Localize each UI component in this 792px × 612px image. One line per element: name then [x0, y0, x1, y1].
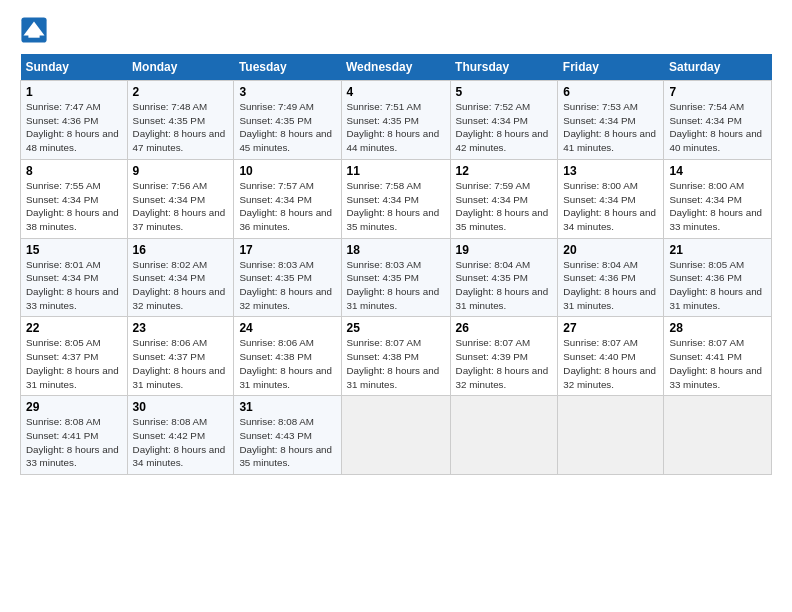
calendar-cell: 29Sunrise: 8:08 AMSunset: 4:41 PMDayligh…: [21, 396, 128, 475]
calendar-cell: 25Sunrise: 8:07 AMSunset: 4:38 PMDayligh…: [341, 317, 450, 396]
day-detail: Sunrise: 8:04 AMSunset: 4:36 PMDaylight:…: [563, 258, 658, 313]
day-number: 19: [456, 243, 553, 257]
calendar-cell: 21Sunrise: 8:05 AMSunset: 4:36 PMDayligh…: [664, 238, 772, 317]
day-detail: Sunrise: 7:57 AMSunset: 4:34 PMDaylight:…: [239, 179, 335, 234]
day-number: 21: [669, 243, 766, 257]
header-sunday: Sunday: [21, 54, 128, 81]
header-wednesday: Wednesday: [341, 54, 450, 81]
calendar-cell: 22Sunrise: 8:05 AMSunset: 4:37 PMDayligh…: [21, 317, 128, 396]
main-container: SundayMondayTuesdayWednesdayThursdayFrid…: [0, 0, 792, 485]
logo-icon: [20, 16, 48, 44]
calendar-cell: 1Sunrise: 7:47 AMSunset: 4:36 PMDaylight…: [21, 81, 128, 160]
day-detail: Sunrise: 7:53 AMSunset: 4:34 PMDaylight:…: [563, 100, 658, 155]
header-thursday: Thursday: [450, 54, 558, 81]
calendar-body: 1Sunrise: 7:47 AMSunset: 4:36 PMDaylight…: [21, 81, 772, 475]
day-number: 30: [133, 400, 229, 414]
day-detail: Sunrise: 7:59 AMSunset: 4:34 PMDaylight:…: [456, 179, 553, 234]
day-number: 10: [239, 164, 335, 178]
day-number: 4: [347, 85, 445, 99]
day-number: 16: [133, 243, 229, 257]
calendar-header: SundayMondayTuesdayWednesdayThursdayFrid…: [21, 54, 772, 81]
day-detail: Sunrise: 8:06 AMSunset: 4:38 PMDaylight:…: [239, 336, 335, 391]
header-row-days: SundayMondayTuesdayWednesdayThursdayFrid…: [21, 54, 772, 81]
day-detail: Sunrise: 7:49 AMSunset: 4:35 PMDaylight:…: [239, 100, 335, 155]
day-detail: Sunrise: 8:03 AMSunset: 4:35 PMDaylight:…: [239, 258, 335, 313]
calendar-week-2: 8Sunrise: 7:55 AMSunset: 4:34 PMDaylight…: [21, 159, 772, 238]
calendar-cell: [341, 396, 450, 475]
day-number: 3: [239, 85, 335, 99]
day-detail: Sunrise: 8:00 AMSunset: 4:34 PMDaylight:…: [669, 179, 766, 234]
day-number: 24: [239, 321, 335, 335]
calendar-table: SundayMondayTuesdayWednesdayThursdayFrid…: [20, 54, 772, 475]
logo: [20, 16, 52, 44]
header-row: [20, 16, 772, 44]
day-detail: Sunrise: 7:56 AMSunset: 4:34 PMDaylight:…: [133, 179, 229, 234]
day-number: 14: [669, 164, 766, 178]
calendar-cell: 18Sunrise: 8:03 AMSunset: 4:35 PMDayligh…: [341, 238, 450, 317]
header-tuesday: Tuesday: [234, 54, 341, 81]
day-number: 23: [133, 321, 229, 335]
calendar-cell: 5Sunrise: 7:52 AMSunset: 4:34 PMDaylight…: [450, 81, 558, 160]
day-detail: Sunrise: 8:07 AMSunset: 4:40 PMDaylight:…: [563, 336, 658, 391]
calendar-cell: 16Sunrise: 8:02 AMSunset: 4:34 PMDayligh…: [127, 238, 234, 317]
day-detail: Sunrise: 8:01 AMSunset: 4:34 PMDaylight:…: [26, 258, 122, 313]
calendar-cell: 26Sunrise: 8:07 AMSunset: 4:39 PMDayligh…: [450, 317, 558, 396]
day-number: 18: [347, 243, 445, 257]
day-detail: Sunrise: 8:07 AMSunset: 4:38 PMDaylight:…: [347, 336, 445, 391]
day-number: 31: [239, 400, 335, 414]
calendar-cell: 12Sunrise: 7:59 AMSunset: 4:34 PMDayligh…: [450, 159, 558, 238]
day-number: 22: [26, 321, 122, 335]
calendar-cell: 8Sunrise: 7:55 AMSunset: 4:34 PMDaylight…: [21, 159, 128, 238]
day-number: 6: [563, 85, 658, 99]
svg-rect-2: [28, 34, 39, 38]
day-detail: Sunrise: 8:05 AMSunset: 4:37 PMDaylight:…: [26, 336, 122, 391]
calendar-cell: 4Sunrise: 7:51 AMSunset: 4:35 PMDaylight…: [341, 81, 450, 160]
calendar-cell: 2Sunrise: 7:48 AMSunset: 4:35 PMDaylight…: [127, 81, 234, 160]
day-number: 15: [26, 243, 122, 257]
day-detail: Sunrise: 8:04 AMSunset: 4:35 PMDaylight:…: [456, 258, 553, 313]
calendar-cell: [664, 396, 772, 475]
calendar-cell: [558, 396, 664, 475]
calendar-cell: 15Sunrise: 8:01 AMSunset: 4:34 PMDayligh…: [21, 238, 128, 317]
calendar-cell: 11Sunrise: 7:58 AMSunset: 4:34 PMDayligh…: [341, 159, 450, 238]
calendar-cell: 6Sunrise: 7:53 AMSunset: 4:34 PMDaylight…: [558, 81, 664, 160]
header-monday: Monday: [127, 54, 234, 81]
day-detail: Sunrise: 8:03 AMSunset: 4:35 PMDaylight:…: [347, 258, 445, 313]
calendar-cell: 10Sunrise: 7:57 AMSunset: 4:34 PMDayligh…: [234, 159, 341, 238]
day-detail: Sunrise: 8:05 AMSunset: 4:36 PMDaylight:…: [669, 258, 766, 313]
calendar-cell: 3Sunrise: 7:49 AMSunset: 4:35 PMDaylight…: [234, 81, 341, 160]
calendar-week-1: 1Sunrise: 7:47 AMSunset: 4:36 PMDaylight…: [21, 81, 772, 160]
day-detail: Sunrise: 8:07 AMSunset: 4:39 PMDaylight:…: [456, 336, 553, 391]
day-detail: Sunrise: 7:52 AMSunset: 4:34 PMDaylight:…: [456, 100, 553, 155]
day-detail: Sunrise: 8:07 AMSunset: 4:41 PMDaylight:…: [669, 336, 766, 391]
calendar-cell: 30Sunrise: 8:08 AMSunset: 4:42 PMDayligh…: [127, 396, 234, 475]
day-number: 27: [563, 321, 658, 335]
calendar-cell: 17Sunrise: 8:03 AMSunset: 4:35 PMDayligh…: [234, 238, 341, 317]
day-detail: Sunrise: 8:02 AMSunset: 4:34 PMDaylight:…: [133, 258, 229, 313]
day-detail: Sunrise: 8:08 AMSunset: 4:43 PMDaylight:…: [239, 415, 335, 470]
day-number: 8: [26, 164, 122, 178]
day-number: 26: [456, 321, 553, 335]
day-number: 1: [26, 85, 122, 99]
day-detail: Sunrise: 7:51 AMSunset: 4:35 PMDaylight:…: [347, 100, 445, 155]
day-number: 12: [456, 164, 553, 178]
header-saturday: Saturday: [664, 54, 772, 81]
day-number: 29: [26, 400, 122, 414]
day-number: 13: [563, 164, 658, 178]
day-detail: Sunrise: 8:08 AMSunset: 4:42 PMDaylight:…: [133, 415, 229, 470]
day-detail: Sunrise: 8:00 AMSunset: 4:34 PMDaylight:…: [563, 179, 658, 234]
day-number: 2: [133, 85, 229, 99]
day-number: 9: [133, 164, 229, 178]
day-number: 28: [669, 321, 766, 335]
header-friday: Friday: [558, 54, 664, 81]
day-detail: Sunrise: 8:08 AMSunset: 4:41 PMDaylight:…: [26, 415, 122, 470]
calendar-cell: 27Sunrise: 8:07 AMSunset: 4:40 PMDayligh…: [558, 317, 664, 396]
day-number: 20: [563, 243, 658, 257]
day-number: 7: [669, 85, 766, 99]
day-number: 17: [239, 243, 335, 257]
day-number: 25: [347, 321, 445, 335]
calendar-cell: 14Sunrise: 8:00 AMSunset: 4:34 PMDayligh…: [664, 159, 772, 238]
calendar-cell: 9Sunrise: 7:56 AMSunset: 4:34 PMDaylight…: [127, 159, 234, 238]
calendar-cell: 20Sunrise: 8:04 AMSunset: 4:36 PMDayligh…: [558, 238, 664, 317]
day-number: 5: [456, 85, 553, 99]
